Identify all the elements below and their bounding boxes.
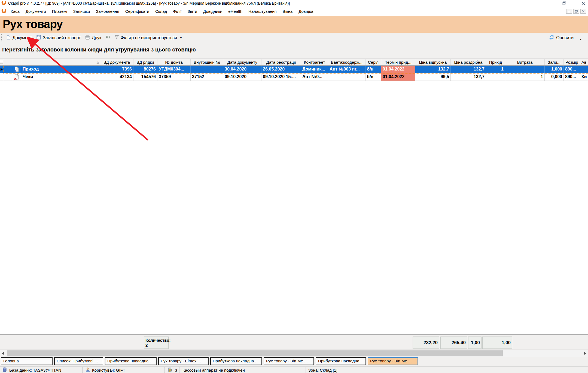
grid-header-row: △ ВД документа ВД рядки № док-та Внутріш… — [0, 59, 588, 66]
column-header[interactable]: Серія — [365, 59, 381, 65]
mdi-minimize-icon[interactable] — [566, 9, 572, 14]
sort-indicator-icon: △ — [97, 60, 99, 64]
menu-warehouse[interactable]: Склад — [152, 9, 170, 14]
tab-prybutkova-nakladna-1[interactable]: Прибуткова накладна . — [105, 357, 157, 365]
menu-documents[interactable]: Документи — [23, 9, 49, 14]
refresh-icon — [549, 35, 555, 41]
filter-icon — [114, 35, 119, 41]
column-header-blank — [3, 59, 12, 65]
tab-rukh-tovaru-elmex[interactable]: Рух товару - Elmex ... — [158, 357, 209, 365]
restore-icon[interactable] — [562, 1, 567, 5]
scroll-left-icon[interactable] — [2, 352, 4, 355]
status-bar: База даних: TASA3@TITAN Користувач: GIFT… — [0, 366, 588, 373]
column-header-name[interactable]: △ — [21, 59, 100, 65]
database-label: База даних: TASA3@TITAN — [9, 368, 61, 372]
column-header[interactable]: Ціна роздрібна — [451, 59, 486, 65]
column-header[interactable]: Витрата — [505, 59, 545, 65]
column-header[interactable]: Дата реєстрації — [261, 59, 301, 65]
column-header[interactable]: Термін прид... — [381, 59, 415, 65]
columns-icon — [106, 35, 110, 41]
group-by-panel[interactable]: Перетягніть заголовок колонки сюди для у… — [0, 43, 588, 59]
column-header[interactable]: Розмір — [564, 59, 580, 65]
column-header[interactable]: Ціна відпускна — [415, 59, 451, 65]
tab-rukh-tovaru-me-1[interactable]: Рух товару - З/п Ме ... — [264, 357, 314, 365]
tab-rukh-tovaru-me-active[interactable]: Рух товару - З/п Ме ... — [368, 357, 418, 365]
record-count-value: 2 — [145, 343, 167, 348]
table-row-cheki[interactable]: Чеки 42134 154576 37359 37152 09.10.2020… — [0, 73, 588, 81]
menu-settings[interactable]: Налаштування — [245, 9, 280, 14]
document-button[interactable]: Документ — [4, 34, 34, 42]
doc-add-icon — [12, 66, 21, 73]
export-icon — [36, 35, 41, 41]
refresh-button[interactable]: Оновити ▼ — [547, 34, 584, 42]
tab-prybutkova-nakladna-3[interactable]: Прибуткова накладна . — [316, 357, 366, 365]
row-marker — [0, 73, 3, 81]
column-header[interactable]: ВД документа — [100, 59, 133, 65]
session-count: 3 — [175, 368, 177, 372]
zone-label: Зона: Склад [1] — [308, 368, 337, 372]
total-price-out: 232,20 — [413, 337, 439, 349]
expiry-cell: 01.04.2022 — [381, 73, 415, 81]
cash-register-icon — [167, 367, 173, 373]
column-header-icon — [12, 59, 21, 65]
chevron-down-icon: ▼ — [180, 36, 182, 39]
mdi-close-icon[interactable] — [580, 9, 586, 14]
column-header[interactable]: Контрагент — [301, 59, 328, 65]
scroll-right-icon[interactable] — [584, 352, 586, 355]
column-chooser-button[interactable] — [103, 34, 112, 42]
mdi-restore-icon[interactable] — [573, 9, 579, 14]
chevron-down-icon: ▼ — [580, 38, 582, 41]
menu-orders[interactable]: Замовлення — [93, 9, 122, 14]
menu-windows[interactable]: Вікна — [280, 9, 296, 14]
doc-delete-icon — [12, 73, 21, 81]
tab-spysok-prybutkovi[interactable]: Список: Прибуткові ... — [54, 357, 103, 365]
menu-help[interactable]: Довідка — [295, 9, 316, 14]
menu-reports[interactable]: Звіти — [184, 9, 200, 14]
close-icon[interactable] — [581, 1, 586, 5]
app-logo-icon — [1, 8, 7, 14]
print-button[interactable]: Друк — [83, 34, 103, 42]
record-count-box: Количество: 2 — [144, 337, 169, 349]
tab-prybutkova-nakladna-2[interactable]: Прибуткова накладна . — [210, 357, 262, 365]
column-header[interactable]: Зали... — [545, 59, 564, 65]
tab-holovna[interactable]: Головна — [1, 357, 53, 365]
menu-certificates[interactable]: Сертифікати — [122, 9, 152, 14]
horizontal-scrollbar[interactable] — [0, 350, 588, 357]
title-bar: Скарб pro v. 4.0.2.77 [ІД: 969] - [Апт №… — [0, 0, 588, 7]
column-header[interactable]: ВД рядки — [133, 59, 157, 65]
row-name: Приход — [21, 66, 100, 73]
cash-register-status: Кассовый аппарат не подключен — [182, 368, 245, 372]
menu-branches[interactable]: Філії — [170, 9, 184, 14]
app-window: Скарб pro v. 4.0.2.77 [ІД: 969] - [Апт №… — [0, 0, 588, 373]
column-header[interactable]: № док-та — [157, 59, 191, 65]
column-header[interactable]: Дата документу — [223, 59, 261, 65]
menu-directories[interactable]: Довідники — [200, 9, 225, 14]
total-income: 1,00 — [468, 337, 482, 349]
document-icon — [6, 35, 11, 41]
expiry-cell: 01.04.2022 — [381, 66, 415, 73]
row-name: Чеки — [21, 73, 100, 81]
user-label: Користувач: GIFT — [92, 368, 125, 372]
grid-corner — [0, 59, 3, 65]
menu-ehealth[interactable]: eHealth — [225, 9, 245, 14]
total-price-retail: 265,40 — [440, 337, 467, 349]
scrollbar-thumb[interactable] — [7, 350, 503, 356]
table-row-prihod[interactable]: Приход 7396 80276 УТДМ0304... 30.04.2020… — [0, 66, 588, 73]
column-header[interactable]: Внутрішній № — [191, 59, 223, 65]
toolbar: Документ Загальний експорт Друк Фільтр н… — [0, 33, 588, 43]
minimize-icon[interactable] — [543, 1, 548, 5]
data-grid: △ ВД документа ВД рядки № док-та Внутріш… — [0, 59, 588, 81]
menu-payments[interactable]: Платежі — [49, 9, 70, 14]
row-marker — [0, 66, 3, 73]
page-title: Рух товару — [3, 18, 63, 31]
column-header[interactable]: Вантажоодерж... — [328, 59, 365, 65]
menu-kasa[interactable]: Каса — [8, 9, 23, 14]
export-button[interactable]: Загальний експорт — [34, 34, 83, 42]
column-header[interactable]: Прихід — [486, 59, 505, 65]
column-header[interactable]: Ав — [580, 59, 588, 65]
menu-stock[interactable]: Залишки — [70, 9, 93, 14]
current-row-icon — [1, 68, 3, 71]
database-icon — [2, 367, 7, 373]
filter-button[interactable]: Фільтр не використовується ▼ — [112, 34, 184, 42]
mdi-window-controls — [566, 9, 586, 14]
